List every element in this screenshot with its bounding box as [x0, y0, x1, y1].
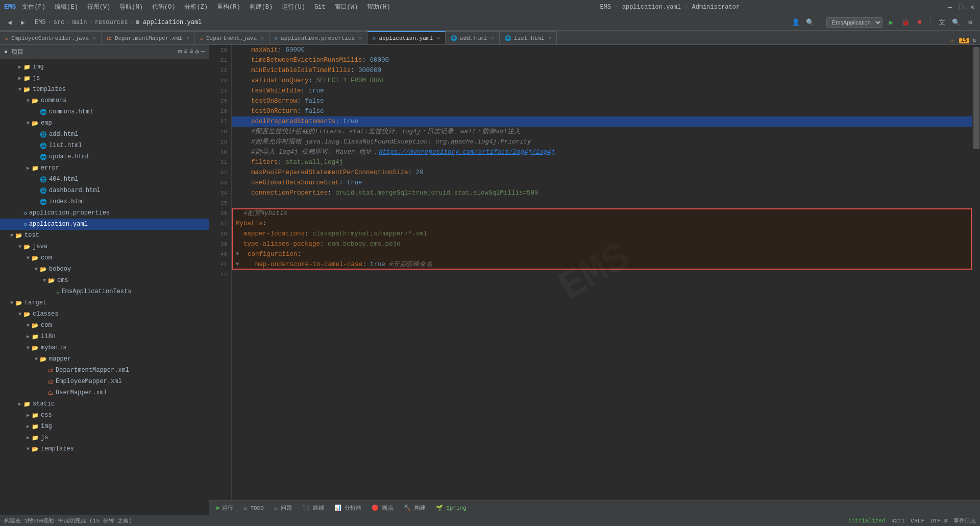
minimize-button[interactable]: —	[946, 4, 953, 11]
tab-list-html[interactable]: 🌐 list.html ✕	[500, 31, 557, 44]
tree-arrow-test[interactable]: ▼	[8, 233, 15, 238]
tree-arrow-img[interactable]: ▶	[16, 64, 23, 70]
event-log-button[interactable]: 事件日志	[953, 517, 976, 524]
tree-item-emp-mapper[interactable]: ▶ 🗂 EmployeeMapper.xml	[0, 376, 209, 387]
tree-arrow-emp[interactable]: ▼	[24, 121, 32, 126]
sidebar-tree[interactable]: ▶ 📁 img ▶ 📁 js ▼ 📂 templates ▼ 📂 common	[0, 59, 209, 515]
tree-item-emp[interactable]: ▼ 📂 emp	[0, 117, 209, 129]
tree-arrow-static[interactable]: ▶	[16, 401, 23, 407]
tree-arrow-mapper[interactable]: ▼	[33, 356, 40, 362]
tree-item-test-java[interactable]: ▼ 📂 java	[0, 241, 209, 252]
tree-arrow-classes[interactable]: ▼	[16, 312, 23, 317]
fold-arrow-40[interactable]: ▼	[236, 249, 239, 259]
menu-view[interactable]: 视图(V)	[84, 2, 114, 12]
toolbar-translate-button[interactable]: 文	[936, 17, 947, 28]
tab-close-icon[interactable]: ✕	[491, 35, 494, 41]
menu-analyze[interactable]: 分析(Z)	[181, 2, 211, 12]
toolbar-profile-button[interactable]: 👤	[790, 17, 801, 28]
tree-item-bobooy[interactable]: ▼ 📂 bobooy	[0, 264, 209, 275]
tree-item-static[interactable]: ▶ 📁 static	[0, 398, 209, 410]
sidebar-close-icon[interactable]: —	[201, 48, 205, 56]
maximize-button[interactable]: □	[958, 4, 965, 11]
tree-item-static-img[interactable]: ▶ 📁 img	[0, 421, 209, 432]
tree-arrow-target[interactable]: ▼	[8, 300, 15, 306]
tab-department[interactable]: ☕ Department.java ✕	[195, 31, 270, 44]
menu-file[interactable]: 文件(F)	[19, 2, 48, 12]
menu-run[interactable]: 运行(U)	[279, 2, 308, 12]
tree-item-static-js[interactable]: ▶ 📁 js	[0, 432, 209, 443]
toolbar-search-button[interactable]: 🔍	[804, 17, 816, 28]
tree-item-mybatis[interactable]: ▼ 📂 mybatis	[0, 342, 209, 353]
tree-item-index[interactable]: ▶ 🌐 index.html	[0, 196, 209, 207]
tree-arrow-stemplates[interactable]: ▼	[24, 446, 32, 452]
run-button[interactable]: ▶ 运行	[213, 503, 236, 513]
tree-arrow-bobooy[interactable]: ▼	[33, 267, 40, 272]
menu-refactor[interactable]: 重构(R)	[214, 2, 243, 12]
tree-item-test-com[interactable]: ▼ 📂 com	[0, 252, 209, 264]
tree-item-img[interactable]: ▶ 📁 img	[0, 61, 209, 73]
tree-item-classes-com[interactable]: ▼ 📂 com	[0, 320, 209, 331]
breadcrumb-src[interactable]: src	[54, 19, 65, 26]
tab-close-icon[interactable]: ✕	[359, 35, 362, 41]
tree-item-js[interactable]: ▶ 📁 js	[0, 73, 209, 84]
tree-item-dashboard[interactable]: ▶ 🌐 dashboard.html	[0, 185, 209, 196]
app-selector[interactable]: EmsApplication	[826, 17, 883, 28]
tree-item-update-html[interactable]: ▶ 🌐 update.html	[0, 151, 209, 162]
tree-item-dept-mapper[interactable]: ▶ 🗂 DepartmentMapper.xml	[0, 365, 209, 376]
tree-item-404[interactable]: ▶ 🌐 404.html	[0, 174, 209, 185]
tree-item-classes[interactable]: ▼ 📂 classes	[0, 308, 209, 320]
expand-icon[interactable]: ⇅	[972, 37, 976, 44]
build-button[interactable]: 🔨 构建	[401, 503, 429, 513]
tab-employee-controller[interactable]: ☕ EmployeeController.java ✕	[0, 31, 102, 44]
tree-item-static-css[interactable]: ▶ 📁 css	[0, 410, 209, 421]
tree-item-target[interactable]: ▼ 📂 target	[0, 297, 209, 308]
terminal-button[interactable]: ⬛ 终端	[299, 503, 327, 513]
menu-help[interactable]: 帮助(H)	[364, 2, 394, 12]
tab-add-html[interactable]: 🌐 add.html ✕	[446, 31, 500, 44]
tree-item-static-templates[interactable]: ▼ 📂 templates	[0, 443, 209, 455]
breadcrumb-file[interactable]: ⚙ application.yaml	[136, 18, 202, 26]
tree-item-mapper[interactable]: ▼ 📂 mapper	[0, 353, 209, 365]
tree-item-ems-test[interactable]: ▶ ☕ EmsApplicationTests	[0, 286, 209, 297]
tree-arrow-java[interactable]: ▼	[16, 244, 23, 250]
toolbar-stop-button[interactable]: ■	[914, 17, 925, 28]
menu-git[interactable]: Git	[311, 3, 329, 12]
tab-close-icon[interactable]: ✕	[548, 35, 551, 41]
tab-application-properties[interactable]: ⚙ application.properties ✕	[270, 31, 368, 44]
toolbar-settings-button[interactable]: ⚙	[965, 17, 976, 28]
breakpoints-button[interactable]: 🔴 断点	[369, 503, 397, 513]
scrollbar-thumb[interactable]	[973, 47, 979, 149]
spring-button[interactable]: 🌱 Spring	[433, 504, 470, 512]
tree-arrow-commons[interactable]: ▼	[24, 98, 32, 104]
sidebar-settings-icon[interactable]: ⊞	[178, 48, 182, 56]
sidebar-expand-icon[interactable]: ≡	[184, 48, 187, 56]
tree-arrow-templates[interactable]: ▼	[16, 87, 23, 92]
menu-edit[interactable]: 编辑(E)	[52, 2, 81, 12]
tree-item-templates[interactable]: ▼ 📂 templates	[0, 84, 209, 95]
tree-arrow-sjs[interactable]: ▶	[24, 435, 32, 441]
tree-item-user-mapper[interactable]: ▶ 🗂 UserMapper.xml	[0, 387, 209, 398]
tree-item-commons-html[interactable]: ▶ 🌐 commons.html	[0, 106, 209, 117]
fold-arrow-41[interactable]: ▼	[236, 259, 239, 270]
tree-item-list-html[interactable]: ▶ 🌐 list.html	[0, 140, 209, 151]
close-button[interactable]: ✕	[969, 4, 976, 11]
menu-nav[interactable]: 导航(N)	[116, 2, 146, 12]
tree-item-i18n[interactable]: ▶ 📁 i18n	[0, 331, 209, 342]
tree-arrow-error[interactable]: ▶	[24, 165, 32, 171]
tree-item-test[interactable]: ▼ 📂 test	[0, 230, 209, 241]
tab-close-icon[interactable]: ✕	[186, 35, 189, 41]
tab-close-icon[interactable]: ✕	[261, 35, 264, 41]
tree-arrow-mybatis[interactable]: ▼	[24, 345, 32, 351]
tree-item-app-prop[interactable]: ▶ ⚙ application.properties	[0, 207, 209, 219]
tree-item-commons[interactable]: ▼ 📂 commons	[0, 95, 209, 106]
menu-code[interactable]: 代码(O)	[149, 2, 179, 12]
toolbar-back-button[interactable]: ◀	[4, 17, 15, 28]
tree-item-ems[interactable]: ▼ 📂 ems	[0, 275, 209, 286]
tree-arrow-css[interactable]: ▶	[24, 412, 32, 418]
tree-arrow-ems[interactable]: ▼	[41, 278, 48, 283]
tree-item-error[interactable]: ▶ 📁 error	[0, 162, 209, 174]
breadcrumb-main[interactable]: main	[72, 19, 87, 26]
tree-arrow-i18n[interactable]: ▶	[24, 333, 32, 340]
tree-arrow-simg[interactable]: ▶	[24, 423, 32, 429]
sidebar-collapse-icon[interactable]: ≡	[189, 48, 193, 56]
